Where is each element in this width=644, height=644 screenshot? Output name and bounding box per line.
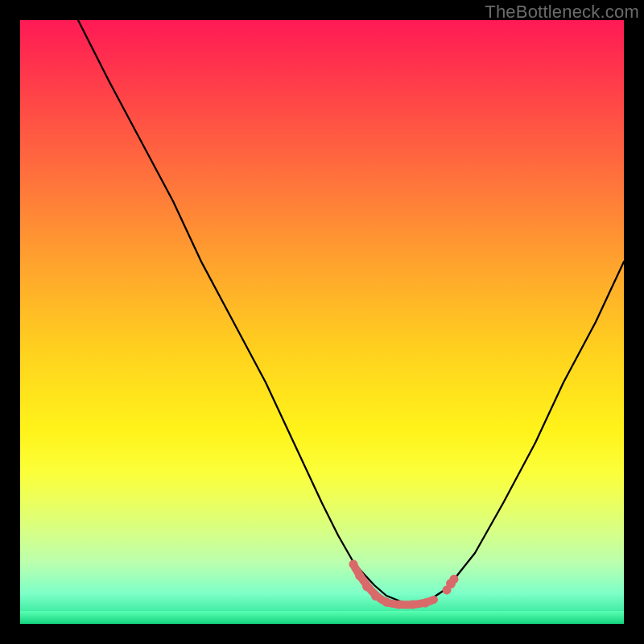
bottleneck-curve-svg: [20, 20, 624, 624]
optimal-zone-dot: [446, 579, 456, 588]
bottleneck-curve-line: [78, 20, 624, 603]
chart-frame: TheBottleneck.com: [0, 0, 644, 644]
plot-area: [20, 20, 624, 624]
